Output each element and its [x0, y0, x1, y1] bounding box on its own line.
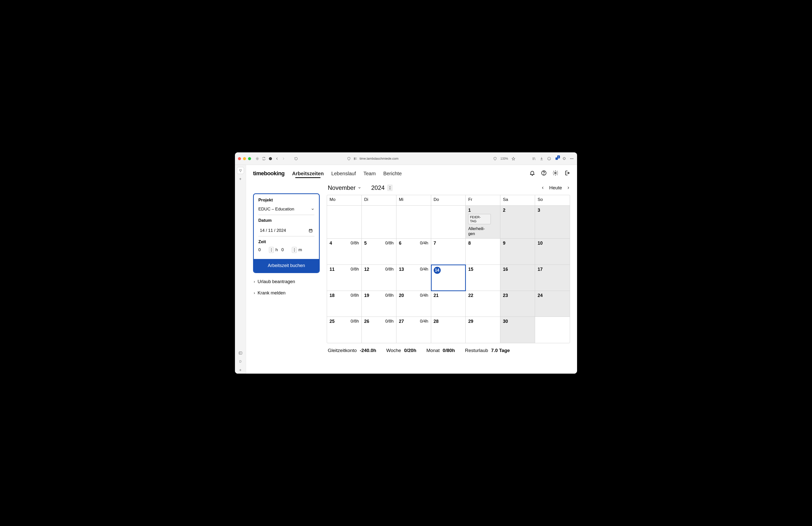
downloads-icon[interactable] [539, 156, 544, 161]
minutes-value: 0 [281, 247, 290, 252]
today-button[interactable]: Heute [549, 185, 562, 191]
calendar-cell[interactable]: 270/4h [396, 317, 431, 343]
forward-button[interactable] [281, 156, 286, 161]
calendar-cell[interactable]: 250/8h [327, 317, 362, 343]
new-tab-button[interactable]: + [237, 175, 244, 182]
gear-icon[interactable] [552, 170, 559, 177]
calendar-cell[interactable]: 9 [500, 239, 535, 265]
calendar-cell[interactable]: 40/8h [327, 239, 362, 265]
month-select[interactable]: November [328, 184, 361, 191]
minutes-step-buttons[interactable]: ▲▼ [292, 247, 297, 253]
calendar-cell[interactable]: 3 [535, 206, 570, 239]
calendar-cell[interactable]: 1FEIER-TAGAllerheili-gen [466, 206, 500, 239]
nav-berichte[interactable]: Berichte [383, 171, 402, 176]
address-bar[interactable]: time.lambdaschmiede.com [347, 156, 399, 161]
year-step-buttons[interactable]: ▲▼ [387, 185, 393, 191]
calendar-cell[interactable]: 29 [466, 317, 500, 343]
bell-icon[interactable] [529, 170, 535, 177]
close-window-button[interactable] [238, 157, 241, 160]
brand-logo[interactable]: timebooking [253, 170, 285, 177]
reload-button[interactable] [294, 156, 298, 161]
help-icon[interactable] [541, 170, 547, 177]
hours-value: 0 [258, 247, 267, 252]
logout-icon[interactable] [564, 170, 570, 177]
hours-step-buttons[interactable]: ▲▼ [269, 247, 274, 253]
date-input[interactable]: 14 / 11 / 2024 [258, 225, 315, 236]
nav-team[interactable]: Team [363, 171, 376, 176]
calendar-cell[interactable]: 10 [535, 239, 570, 265]
calendar-panel: November 2024 ▲▼ Heute MoD [327, 182, 570, 374]
permissions-icon[interactable] [353, 156, 358, 161]
url-text: time.lambdaschmiede.com [360, 157, 399, 160]
hours-stepper[interactable]: 0 ▲▼ h [258, 247, 278, 253]
day-number: 28 [434, 319, 463, 324]
calendar-cell[interactable]: 21 [431, 291, 466, 317]
account-icon[interactable] [547, 156, 551, 161]
calendar-cell[interactable]: 23 [500, 291, 535, 317]
side-link[interactable]: Urlaub beantragen [253, 279, 320, 284]
calendar-cell[interactable]: 200/4h [396, 291, 431, 317]
calendar-cell[interactable]: 180/8h [327, 291, 362, 317]
calendar-cell[interactable]: 17 [535, 265, 570, 291]
tab-letter[interactable]: D [237, 358, 244, 365]
shield-icon [347, 156, 351, 161]
calendar-cell[interactable]: 50/8h [362, 239, 396, 265]
svg-rect-3 [354, 158, 355, 158]
day-number: 9 [503, 240, 532, 246]
tracking-shield-icon[interactable] [493, 156, 497, 161]
calendar-cell[interactable]: 28 [431, 317, 466, 343]
calendar-cell[interactable]: 130/4h [396, 265, 431, 291]
menu-icon[interactable] [569, 156, 574, 161]
day-number: 23 [503, 293, 532, 298]
sidebar-toggle-icon[interactable] [237, 350, 244, 356]
minimize-window-button[interactable] [243, 157, 246, 160]
summary-value: -240.0h [360, 348, 376, 353]
next-month-button[interactable] [566, 186, 570, 190]
book-time-button[interactable]: Arbeitszeit buchen [254, 259, 319, 272]
day-number: 21 [434, 293, 463, 298]
date-label: Datum [258, 218, 315, 223]
calendar-cell[interactable]: 110/8h [327, 265, 362, 291]
calendar-cell[interactable]: 2 [500, 206, 535, 239]
calendar-cell[interactable]: 260/8h [362, 317, 396, 343]
calendar-cell[interactable]: 14 [431, 265, 466, 291]
calendar-cell[interactable]: 7 [431, 239, 466, 265]
app-navbar: timebooking ArbeitszeitenLebenslaufTeamB… [246, 165, 577, 182]
profile-icon[interactable]: P [268, 156, 273, 161]
extensions-icon[interactable] [255, 156, 260, 161]
side-link[interactable]: Krank melden [253, 290, 320, 296]
calendar-cell[interactable]: 190/8h [362, 291, 396, 317]
maximize-window-button[interactable] [248, 157, 251, 160]
svg-text:P: P [270, 157, 271, 160]
bookmark-icon[interactable] [511, 156, 516, 161]
day-number: 22 [468, 293, 497, 298]
new-tab-bottom-button[interactable]: + [237, 367, 244, 374]
prev-month-button[interactable] [541, 186, 545, 190]
weekday-header: Sa [500, 195, 535, 206]
year-stepper[interactable]: 2024 ▲▼ [371, 184, 393, 191]
calendar-cell[interactable]: 24 [535, 291, 570, 317]
date-value: 14 / 11 / 2024 [260, 228, 286, 233]
calendar-cell[interactable]: 15 [466, 265, 500, 291]
sync-icon[interactable] [262, 156, 266, 161]
minutes-stepper[interactable]: 0 ▲▼ m [281, 247, 302, 253]
extension-badge-icon[interactable]: 1 [554, 156, 559, 161]
chevron-down-icon [358, 186, 361, 190]
hours-badge: 0/4h [420, 240, 428, 246]
calendar-cell[interactable]: 16 [500, 265, 535, 291]
project-select[interactable]: EDUC – Education [258, 205, 315, 215]
calendar-cell[interactable]: 60/4h [396, 239, 431, 265]
zoom-level[interactable]: 133% [500, 157, 508, 160]
chevron-down-icon [311, 207, 315, 211]
calendar-cell [362, 206, 396, 239]
calendar-cell[interactable]: 120/8h [362, 265, 396, 291]
calendar-cell[interactable]: 8 [466, 239, 500, 265]
calendar-cell[interactable]: 30 [500, 317, 535, 343]
tab-tile[interactable]: ▽ [237, 167, 244, 174]
library-icon[interactable] [532, 156, 536, 161]
nav-arbeitszeiten[interactable]: Arbeitszeiten [292, 171, 324, 176]
puzzle-icon[interactable] [562, 156, 566, 161]
back-button[interactable] [275, 156, 279, 161]
nav-lebenslauf[interactable]: Lebenslauf [331, 171, 356, 176]
calendar-cell[interactable]: 22 [466, 291, 500, 317]
